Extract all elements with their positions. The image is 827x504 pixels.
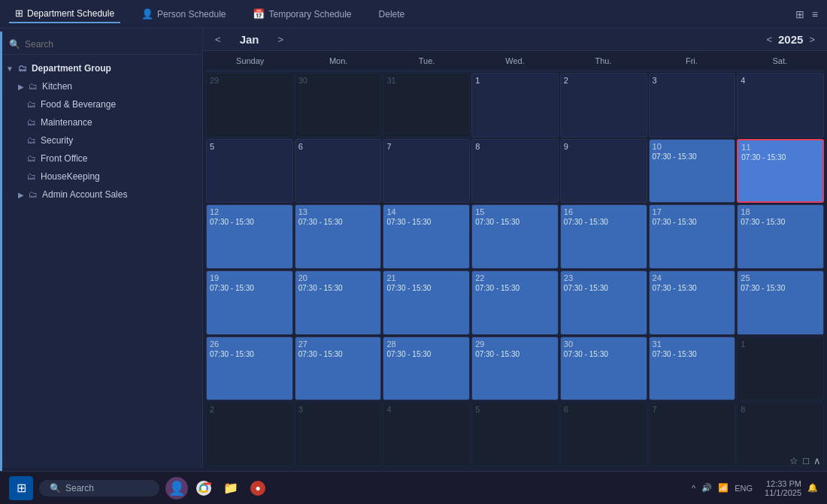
calendar-cell[interactable]: 2807:30 - 15:30: [383, 337, 470, 401]
cell-shift: 07:30 - 15:30: [210, 284, 289, 292]
main-layout: 🔍 ▼ 🗂 Department Group ▶ 🗂 Kitchen 🗂 Foo…: [0, 29, 827, 468]
calendar-cell[interactable]: 1: [471, 73, 559, 137]
calendar-cell[interactable]: 3007:30 - 15:30: [560, 337, 647, 401]
cell-date: 16: [564, 207, 644, 216]
calendar-cell[interactable]: 5: [206, 139, 293, 204]
calendar-cell[interactable]: 1107:30 - 15:30: [737, 139, 824, 204]
sidebar-item-front-office[interactable]: 🗂 Front Office: [0, 149, 202, 167]
calendar-cell[interactable]: 1407:30 - 15:30: [383, 204, 470, 269]
taskbar-folder-icon[interactable]: 📁: [220, 477, 242, 499]
calendar-cell[interactable]: 2207:30 - 15:30: [471, 270, 559, 335]
taskbar-search[interactable]: 🔍 Search: [39, 480, 159, 496]
cell-shift: 07:30 - 15:30: [475, 284, 555, 292]
tab-delete[interactable]: Delete: [373, 6, 411, 23]
cell-shift: 07:30 - 15:30: [653, 152, 732, 161]
calendar-cell[interactable]: 3: [295, 402, 382, 466]
restore-icon[interactable]: □: [803, 455, 809, 466]
calendar-cell[interactable]: 2507:30 - 15:30: [737, 270, 824, 335]
calendar-cell[interactable]: 9: [560, 139, 647, 204]
calendar-cell[interactable]: 2407:30 - 15:30: [649, 270, 736, 335]
cell-date: 9: [564, 142, 644, 151]
calendar-cell[interactable]: 1607:30 - 15:30: [560, 204, 647, 269]
sidebar-item-department-group[interactable]: ▼ 🗂 Department Group: [0, 59, 202, 77]
next-year-button[interactable]: >: [809, 34, 815, 45]
pin-icon[interactable]: ☆: [789, 455, 798, 466]
prev-month-button[interactable]: <: [215, 34, 221, 45]
calendar-cell[interactable]: 6: [560, 402, 647, 466]
cell-date: 26: [210, 340, 289, 349]
calendar-cell[interactable]: 2: [206, 402, 293, 466]
day-friday: Fri.: [647, 54, 735, 68]
sidebar-indicator: [0, 32, 2, 471]
calendar-cell[interactable]: 7: [649, 402, 736, 466]
calendar-cell[interactable]: 8: [471, 139, 559, 204]
cell-date: 5: [210, 142, 289, 151]
cell-shift: 07:30 - 15:30: [210, 218, 289, 226]
calendar-cell[interactable]: 3: [649, 73, 736, 137]
taskbar-search-icon: 🔍: [50, 483, 61, 493]
chevron-up-icon[interactable]: ^: [692, 484, 695, 493]
calendar-cell[interactable]: 30: [295, 73, 382, 137]
calendar-cell[interactable]: 4: [383, 402, 470, 466]
calendar-cell[interactable]: 2607:30 - 15:30: [206, 337, 293, 401]
calendar-cell[interactable]: 31: [383, 73, 470, 137]
calendar-cell[interactable]: 4: [737, 73, 824, 137]
calendar-cell[interactable]: 2007:30 - 15:30: [295, 270, 382, 335]
day-saturday: Sat.: [736, 54, 824, 68]
calendar-cell[interactable]: 29: [206, 73, 293, 137]
menu-icon[interactable]: ≡: [812, 8, 818, 20]
day-monday: Mon.: [294, 54, 382, 68]
calendar-cell[interactable]: 6: [295, 139, 382, 204]
prev-year-button[interactable]: <: [766, 34, 772, 45]
sidebar-item-kitchen[interactable]: ▶ 🗂 Kitchen: [0, 77, 202, 95]
calendar-cell[interactable]: 1807:30 - 15:30: [737, 204, 824, 269]
grid-icon[interactable]: ⊞: [795, 8, 804, 20]
calendar-week-5: 2345678: [206, 402, 824, 466]
calendar-cell[interactable]: 2707:30 - 15:30: [295, 337, 382, 401]
sidebar-item-admin-account-sales[interactable]: ▶ 🗂 Admin Account Sales: [0, 186, 202, 204]
chevron-right-icon: ▶: [18, 83, 24, 91]
cell-date: 23: [564, 273, 644, 282]
cell-shift: 07:30 - 15:30: [653, 284, 732, 292]
taskbar-app-icon[interactable]: ●: [247, 477, 269, 499]
taskbar-time: 12:33 PM: [765, 479, 801, 488]
person-schedule-icon: 👤: [141, 8, 153, 20]
calendar-cell[interactable]: 2107:30 - 15:30: [383, 270, 470, 335]
sidebar-item-security[interactable]: 🗂 Security: [0, 131, 202, 149]
calendar-cell[interactable]: 5: [471, 402, 559, 466]
calendar-cell[interactable]: 1: [737, 337, 824, 401]
calendar-month-nav: < Jan >: [215, 33, 759, 46]
tab-department-schedule[interactable]: ⊞ Department Schedule: [9, 5, 120, 23]
calendar-cell[interactable]: 7: [383, 139, 470, 204]
calendar-cell[interactable]: 2907:30 - 15:30: [471, 337, 559, 401]
start-button[interactable]: ⊞: [9, 476, 33, 500]
notification-icon[interactable]: 🔔: [807, 483, 818, 493]
calendar-cell[interactable]: 3107:30 - 15:30: [649, 337, 736, 401]
search-input[interactable]: [25, 39, 193, 50]
cell-shift: 07:30 - 15:30: [386, 284, 466, 292]
calendar-cell[interactable]: 2307:30 - 15:30: [560, 270, 647, 335]
calendar-cell[interactable]: 1507:30 - 15:30: [471, 204, 559, 269]
calendar-cell[interactable]: 1207:30 - 15:30: [206, 204, 293, 269]
sidebar-item-housekeeping[interactable]: 🗂 HouseKeeping: [0, 167, 202, 186]
taskbar-right: ^ 🔊 📶 ENG 12:33 PM 11/1/2025 🔔: [692, 479, 818, 497]
calendar-cell[interactable]: 1707:30 - 15:30: [649, 204, 736, 269]
tab-person-schedule[interactable]: 👤 Person Schedule: [135, 5, 232, 23]
expand-icon[interactable]: ∧: [813, 455, 821, 466]
calendar-cell[interactable]: 1307:30 - 15:30: [295, 204, 382, 269]
calendar-cell[interactable]: 2: [560, 73, 647, 137]
tab-temporary-schedule[interactable]: 📅 Temporary Schedule: [247, 5, 357, 23]
folder-icon: 🗂: [27, 135, 36, 146]
cell-shift: 07:30 - 15:30: [564, 350, 644, 358]
taskbar-date: 11/1/2025: [765, 488, 801, 497]
next-month-button[interactable]: >: [278, 34, 284, 45]
sidebar-item-food-beverange[interactable]: 🗂 Food & Beverange: [0, 95, 202, 113]
sidebar-item-maintenance[interactable]: 🗂 Maintenance: [0, 113, 202, 131]
taskbar-chrome-icon[interactable]: [192, 477, 215, 499]
cell-date: 25: [741, 273, 820, 282]
language-label: ENG: [735, 484, 753, 493]
calendar-cell[interactable]: 1007:30 - 15:30: [649, 139, 736, 204]
calendar-cell[interactable]: 1907:30 - 15:30: [206, 270, 293, 335]
calendar-week-2: 1207:30 - 15:301307:30 - 15:301407:30 - …: [206, 204, 824, 269]
taskbar-user-icon[interactable]: 👤: [165, 477, 188, 499]
